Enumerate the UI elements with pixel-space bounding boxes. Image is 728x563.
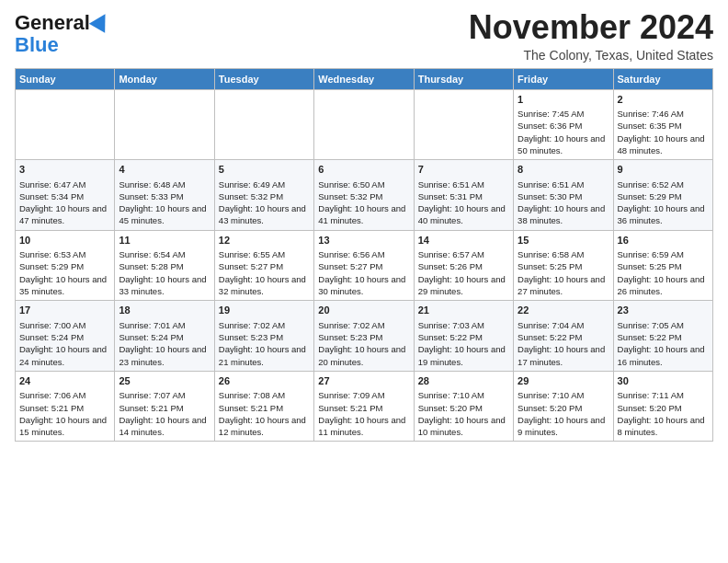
day-info-line: Sunrise: 7:01 AM <box>119 319 210 331</box>
day-info-line: Sunrise: 7:07 AM <box>119 389 210 401</box>
day-info-line: Sunrise: 6:52 AM <box>618 178 709 190</box>
day-number: 24 <box>19 374 110 388</box>
day-info-line: Daylight: 10 hours and 32 minutes. <box>219 273 310 298</box>
day-info-line: Sunset: 5:20 PM <box>618 402 709 414</box>
day-number: 8 <box>518 163 609 177</box>
calendar-cell: 4Sunrise: 6:48 AMSunset: 5:33 PMDaylight… <box>115 160 214 231</box>
day-info-line: Daylight: 10 hours and 23 minutes. <box>119 343 210 368</box>
calendar-cell: 5Sunrise: 6:49 AMSunset: 5:32 PMDaylight… <box>214 160 313 231</box>
day-info-line: Sunrise: 7:08 AM <box>219 389 310 401</box>
day-number: 26 <box>219 374 310 388</box>
day-number: 16 <box>618 234 709 247</box>
day-info-line: Sunset: 5:30 PM <box>518 190 609 202</box>
day-info-line: Sunset: 5:25 PM <box>518 260 609 272</box>
day-info-line: Daylight: 10 hours and 38 minutes. <box>518 202 609 227</box>
day-info-line: Sunrise: 7:02 AM <box>318 319 409 331</box>
calendar-row-1: 1Sunrise: 7:45 AMSunset: 6:36 PMDaylight… <box>16 89 713 160</box>
day-info-line: Sunset: 6:35 PM <box>618 120 709 132</box>
day-info-line: Sunset: 5:21 PM <box>19 402 110 414</box>
day-number: 28 <box>418 374 509 388</box>
day-number: 14 <box>418 234 509 247</box>
day-info-line: Sunset: 5:29 PM <box>19 260 110 272</box>
logo-blue: Blue <box>15 33 59 57</box>
day-info-line: Daylight: 10 hours and 45 minutes. <box>119 202 210 227</box>
day-info-line: Daylight: 10 hours and 9 minutes. <box>518 414 609 439</box>
day-info-line: Sunrise: 7:45 AM <box>518 108 609 120</box>
header-sunday: Sunday <box>16 68 115 89</box>
day-info-line: Sunrise: 6:56 AM <box>318 248 409 260</box>
calendar-header-row: Sunday Monday Tuesday Wednesday Thursday… <box>16 68 713 89</box>
calendar-cell: 12Sunrise: 6:55 AMSunset: 5:27 PMDayligh… <box>214 230 313 301</box>
header-monday: Monday <box>115 68 214 89</box>
day-info-line: Sunset: 5:23 PM <box>318 331 409 343</box>
day-info-line: Sunset: 5:24 PM <box>119 331 210 343</box>
calendar-cell <box>314 89 414 160</box>
day-info-line: Sunrise: 6:55 AM <box>219 248 310 260</box>
day-number: 11 <box>119 234 210 247</box>
day-info-line: Daylight: 10 hours and 29 minutes. <box>418 273 509 298</box>
day-info-line: Sunset: 5:22 PM <box>518 331 609 343</box>
day-info-line: Daylight: 10 hours and 19 minutes. <box>418 343 509 368</box>
day-info-line: Sunset: 5:32 PM <box>219 190 310 202</box>
calendar-cell: 11Sunrise: 6:54 AMSunset: 5:28 PMDayligh… <box>115 230 214 301</box>
day-info-line: Daylight: 10 hours and 35 minutes. <box>19 273 110 298</box>
logo-icon <box>89 9 113 33</box>
day-info-line: Sunrise: 7:02 AM <box>219 319 310 331</box>
header-saturday: Saturday <box>613 68 712 89</box>
day-info-line: Sunset: 5:24 PM <box>19 331 110 343</box>
day-info-line: Daylight: 10 hours and 43 minutes. <box>219 202 310 227</box>
day-number: 4 <box>119 163 210 177</box>
day-info-line: Sunrise: 7:04 AM <box>518 319 609 331</box>
day-info-line: Sunrise: 7:03 AM <box>418 319 509 331</box>
day-info-line: Daylight: 10 hours and 26 minutes. <box>618 273 709 298</box>
calendar-cell: 25Sunrise: 7:07 AMSunset: 5:21 PMDayligh… <box>115 371 214 442</box>
location: The Colony, Texas, United States <box>469 48 713 63</box>
day-info-line: Sunset: 5:21 PM <box>219 402 310 414</box>
day-info-line: Sunrise: 6:51 AM <box>418 178 509 190</box>
calendar-cell <box>115 89 214 160</box>
calendar-cell: 19Sunrise: 7:02 AMSunset: 5:23 PMDayligh… <box>214 301 313 372</box>
day-number: 5 <box>219 163 310 177</box>
day-number: 17 <box>19 304 110 317</box>
day-number: 15 <box>518 234 609 247</box>
header-wednesday: Wednesday <box>314 68 414 89</box>
day-info-line: Sunset: 6:36 PM <box>518 120 609 132</box>
calendar-cell: 2Sunrise: 7:46 AMSunset: 6:35 PMDaylight… <box>613 89 712 160</box>
calendar-cell: 3Sunrise: 6:47 AMSunset: 5:34 PMDaylight… <box>16 160 115 231</box>
day-number: 22 <box>518 304 609 317</box>
calendar-cell: 14Sunrise: 6:57 AMSunset: 5:26 PMDayligh… <box>414 230 513 301</box>
day-info-line: Sunset: 5:23 PM <box>219 331 310 343</box>
calendar-cell: 15Sunrise: 6:58 AMSunset: 5:25 PMDayligh… <box>514 230 613 301</box>
day-number: 25 <box>119 374 210 388</box>
calendar-cell: 13Sunrise: 6:56 AMSunset: 5:27 PMDayligh… <box>314 230 414 301</box>
calendar-cell: 8Sunrise: 6:51 AMSunset: 5:30 PMDaylight… <box>514 160 613 231</box>
calendar-cell: 30Sunrise: 7:11 AMSunset: 5:20 PMDayligh… <box>613 371 712 442</box>
day-info-line: Sunset: 5:25 PM <box>618 260 709 272</box>
day-number: 7 <box>418 163 509 177</box>
day-number: 20 <box>318 304 409 317</box>
day-info-line: Sunrise: 7:10 AM <box>518 389 609 401</box>
calendar-cell: 18Sunrise: 7:01 AMSunset: 5:24 PMDayligh… <box>115 301 214 372</box>
day-info-line: Sunrise: 6:48 AM <box>119 178 210 190</box>
day-number: 18 <box>119 304 210 317</box>
day-number: 10 <box>19 234 110 247</box>
calendar-cell: 7Sunrise: 6:51 AMSunset: 5:31 PMDaylight… <box>414 160 513 231</box>
day-info-line: Sunset: 5:27 PM <box>219 260 310 272</box>
calendar-cell: 6Sunrise: 6:50 AMSunset: 5:32 PMDaylight… <box>314 160 414 231</box>
calendar-table: Sunday Monday Tuesday Wednesday Thursday… <box>15 68 713 442</box>
logo-text: General <box>15 13 110 33</box>
calendar-cell: 27Sunrise: 7:09 AMSunset: 5:21 PMDayligh… <box>314 371 414 442</box>
day-info-line: Daylight: 10 hours and 10 minutes. <box>418 414 509 439</box>
day-info-line: Daylight: 10 hours and 14 minutes. <box>119 414 210 439</box>
day-info-line: Sunset: 5:20 PM <box>418 402 509 414</box>
day-info-line: Sunrise: 6:53 AM <box>19 248 110 260</box>
logo-general: General <box>15 13 90 33</box>
day-info-line: Daylight: 10 hours and 47 minutes. <box>19 202 110 227</box>
day-info-line: Sunrise: 7:09 AM <box>318 389 409 401</box>
day-number: 27 <box>318 374 409 388</box>
calendar-cell <box>16 89 115 160</box>
calendar-cell: 22Sunrise: 7:04 AMSunset: 5:22 PMDayligh… <box>514 301 613 372</box>
calendar-cell: 1Sunrise: 7:45 AMSunset: 6:36 PMDaylight… <box>514 89 613 160</box>
day-info-line: Sunrise: 6:59 AM <box>618 248 709 260</box>
day-info-line: Sunset: 5:32 PM <box>318 190 409 202</box>
